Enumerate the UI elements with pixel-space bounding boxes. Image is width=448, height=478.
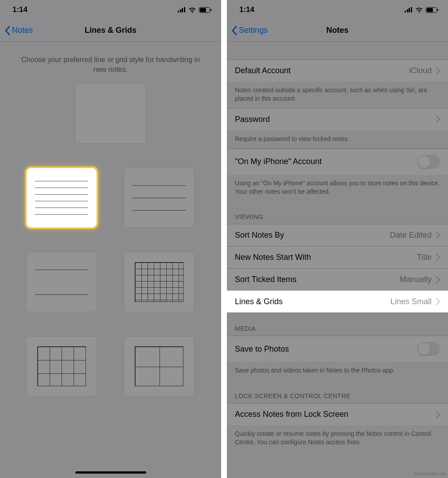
row-value: Lines Small — [390, 297, 432, 306]
status-bar: 1:14 — [227, 0, 448, 20]
row-label: Default Account — [235, 66, 409, 75]
settings-list[interactable]: Default Account iCloud Notes created out… — [227, 42, 448, 452]
style-option-grid-small[interactable] — [124, 252, 194, 312]
chevron-right-icon — [436, 254, 440, 261]
style-option-lines-medium[interactable] — [124, 168, 194, 227]
style-option-lines-large[interactable] — [27, 252, 97, 312]
svg-rect-1 — [200, 8, 206, 12]
battery-icon — [426, 7, 438, 13]
back-label: Notes — [12, 26, 33, 35]
header-lock-screen: LOCK SCREEN & CONTROL CENTRE — [227, 380, 448, 403]
svg-rect-2 — [210, 9, 211, 11]
toggle-on-my-iphone[interactable] — [417, 155, 440, 169]
status-bar: 1:14 — [0, 0, 221, 20]
battery-icon — [199, 7, 211, 13]
status-time: 1:14 — [12, 5, 27, 14]
row-value: Title — [417, 253, 432, 262]
chevron-right-icon — [436, 116, 440, 123]
row-sort-notes-by[interactable]: Sort Notes By Date Edited — [227, 224, 448, 246]
back-button[interactable]: Settings — [231, 26, 268, 35]
cellular-icon — [405, 7, 413, 12]
row-lines-and-grids[interactable]: Lines & Grids Lines Small — [227, 290, 448, 313]
row-value: Date Edited — [390, 231, 432, 240]
status-icons — [178, 7, 211, 13]
chevron-left-icon — [231, 26, 237, 35]
nav-bar-right: Settings Notes — [227, 20, 448, 42]
row-new-notes-start-with[interactable]: New Notes Start With Title — [227, 246, 448, 268]
chevron-right-icon — [436, 276, 440, 283]
chevron-right-icon — [436, 411, 440, 418]
footer-password: Require a password to view locked notes. — [227, 130, 448, 149]
home-indicator[interactable] — [75, 471, 146, 474]
svg-rect-5 — [437, 9, 438, 11]
row-label: New Notes Start With — [235, 253, 417, 262]
watermark: www.deuaq.com — [414, 471, 446, 476]
footer-access-lock: Quickly create or resume notes by pressi… — [227, 425, 448, 452]
row-save-to-photos[interactable]: Save to Photos — [227, 336, 448, 362]
chevron-right-icon — [436, 298, 440, 305]
row-value: Manually — [400, 275, 432, 284]
status-time: 1:14 — [239, 5, 254, 14]
row-label: Password — [235, 115, 436, 124]
row-label: "On My iPhone" Account — [235, 157, 417, 166]
page-title: Lines & Grids — [0, 26, 221, 35]
row-value: iCloud — [409, 66, 432, 75]
wifi-icon — [188, 7, 196, 13]
style-option-grid-large[interactable] — [124, 337, 194, 396]
footer-default-account: Notes created outside a specific account… — [227, 82, 448, 108]
toggle-save-to-photos[interactable] — [417, 342, 440, 356]
chevron-right-icon — [436, 232, 440, 239]
chevron-left-icon — [4, 26, 10, 35]
description-text: Choose your preferred line or grid style… — [0, 42, 221, 84]
row-access-notes-lock-screen[interactable]: Access Notes from Lock Screen — [227, 403, 448, 425]
footer-on-my-iphone: Using an "On My iPhone" account allows y… — [227, 175, 448, 201]
svg-rect-4 — [427, 8, 433, 12]
row-label: Access Notes from Lock Screen — [235, 410, 436, 419]
row-label: Sort Notes By — [235, 231, 390, 240]
status-icons — [405, 7, 438, 13]
right-screen: 1:14 Settings Notes Default Account — [227, 0, 448, 478]
footer-save-to-photos: Save photos and videos taken in Notes to… — [227, 362, 448, 380]
row-label: Lines & Grids — [235, 297, 390, 306]
back-button[interactable]: Notes — [4, 26, 33, 35]
style-option-blank[interactable] — [76, 84, 146, 143]
row-sort-ticked-items[interactable]: Sort Ticked Items Manually — [227, 268, 448, 290]
screen-divider — [221, 0, 227, 478]
wifi-icon — [415, 7, 423, 13]
nav-bar-left: Notes Lines & Grids — [0, 20, 221, 42]
left-screen: 1:14 Notes Lines & Grids Choose your pre… — [0, 0, 221, 478]
row-on-my-iphone[interactable]: "On My iPhone" Account — [227, 149, 448, 175]
row-default-account[interactable]: Default Account iCloud — [227, 59, 448, 82]
cellular-icon — [178, 7, 186, 12]
row-label: Sort Ticked Items — [235, 275, 400, 284]
row-password[interactable]: Password — [227, 108, 448, 130]
header-viewing: VIEWING — [227, 201, 448, 224]
style-grid — [0, 84, 221, 396]
row-label: Save to Photos — [235, 345, 417, 354]
style-option-grid-medium[interactable] — [27, 337, 97, 396]
chevron-right-icon — [436, 67, 440, 74]
header-media: MEDIA — [227, 313, 448, 336]
back-label: Settings — [239, 26, 268, 35]
style-option-lines-small[interactable] — [27, 168, 97, 227]
